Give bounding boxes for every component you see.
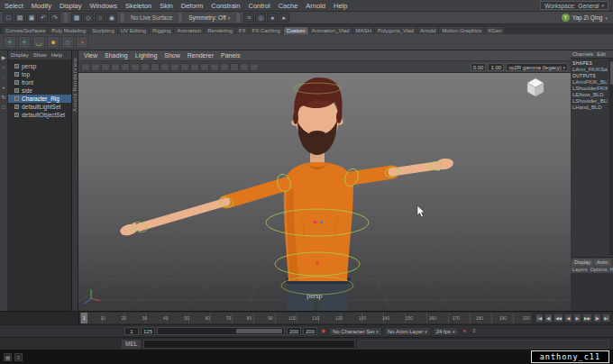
layer-list[interactable] <box>571 273 613 311</box>
channel-row[interactable]: LElbow_BLD <box>572 92 608 98</box>
viewport-menu-item[interactable]: Panels <box>221 52 240 59</box>
shelf-tab[interactable]: Polygons_Vlad <box>375 27 416 34</box>
open-scene-icon[interactable]: ▤ <box>14 13 25 23</box>
frame-all-icon[interactable] <box>220 63 229 71</box>
menu-item[interactable]: Control <box>248 2 270 10</box>
play-backwards-button[interactable]: ◀ <box>564 314 572 323</box>
resolution-gate-icon[interactable] <box>170 63 179 71</box>
channel-box-menu-item[interactable]: Edit <box>597 51 605 57</box>
render-icon[interactable]: ◎ <box>255 13 266 23</box>
mel-input[interactable] <box>143 340 355 349</box>
character-mesh[interactable] <box>119 77 454 311</box>
select-tool-icon[interactable]: ▶ <box>2 55 6 60</box>
menu-item[interactable]: Select <box>5 2 23 10</box>
outliner-node[interactable]: Character_Rig <box>8 95 71 103</box>
channel-row[interactable]: LArmFKIK_BLD <box>572 79 608 86</box>
viewport-menu-item[interactable]: Lighting <box>135 52 158 59</box>
status-group-divider[interactable] <box>236 13 240 23</box>
range-end-field[interactable]: 200 <box>287 327 301 335</box>
mel-toggle[interactable]: MEL <box>122 340 141 349</box>
shelf-item-joint[interactable]: + <box>4 36 16 49</box>
viewport-menu-item[interactable]: Show <box>164 52 180 59</box>
redo-icon[interactable]: ↷ <box>50 13 60 23</box>
view-transform-dropdown[interactable]: vp2R gamma (legacy) ▾ <box>506 63 568 71</box>
grease-pencil-icon[interactable] <box>141 63 150 71</box>
bookmark-icon[interactable] <box>111 63 120 71</box>
channel-row[interactable]: LArm_FKIKSwitch <box>572 67 608 73</box>
channel-row[interactable]: SHAPES <box>572 60 608 67</box>
menu-item[interactable]: Constrain <box>211 2 240 10</box>
shelf-tab[interactable]: FX <box>236 27 249 34</box>
auto-keyframe-icon[interactable]: ● <box>461 327 469 335</box>
step-back-frame-button[interactable]: ◀◀ <box>554 314 563 323</box>
layer-editor-tab[interactable]: Anim <box>594 259 611 266</box>
render-settings-icon[interactable]: ▸ <box>279 13 289 23</box>
shelf-tab[interactable]: Animation <box>174 27 204 34</box>
channel-row[interactable]: LShoulderFKIK_BLD <box>572 86 608 92</box>
menu-item[interactable]: Display <box>59 2 82 10</box>
menu-item[interactable]: Modify <box>32 2 51 10</box>
current-frame-indicator[interactable]: 1 <box>81 313 87 323</box>
undo-icon[interactable]: ↶ <box>38 13 49 23</box>
layer-editor-menu-item[interactable]: Options <box>590 267 608 272</box>
menu-item[interactable]: Help <box>334 2 347 10</box>
shelf-item-set[interactable]: ▪ <box>76 36 88 49</box>
viewport-menu-item[interactable]: View <box>84 52 97 59</box>
fps-dropdown[interactable]: 24 fps ▾ <box>433 327 459 336</box>
shelf-tab[interactable]: Sculpting <box>89 27 117 34</box>
step-forward-key-button[interactable]: |▶ <box>593 314 601 323</box>
status-group-divider[interactable] <box>121 13 124 23</box>
viewcube-icon[interactable] <box>527 78 544 96</box>
two-d-pan-zoom-icon[interactable] <box>131 63 140 71</box>
play-forwards-button[interactable]: ▶ <box>573 314 581 323</box>
shelf-item-control[interactable]: ● <box>47 36 59 49</box>
ipr-render-icon[interactable]: ● <box>267 13 278 23</box>
safe-action-icon[interactable] <box>200 63 209 71</box>
set-key-icon[interactable]: ◆ <box>319 327 327 335</box>
construction-history-icon[interactable]: ≡ <box>243 13 254 23</box>
step-forward-frame-button[interactable]: ▶▶ <box>582 314 592 323</box>
channel-row[interactable]: LShoulder_BLD <box>572 98 608 105</box>
status-group-divider[interactable] <box>178 13 182 23</box>
animation-preferences-icon[interactable]: ≡ <box>471 327 479 335</box>
shelf-item-locator[interactable]: ○ <box>61 36 74 49</box>
menu-item[interactable]: Windows <box>90 2 117 10</box>
exposure-field[interactable]: 0.00 <box>471 63 487 71</box>
snap-point-icon[interactable]: ○ <box>95 13 105 23</box>
shelf-tab[interactable]: Rendering <box>205 27 235 34</box>
go-to-start-button[interactable]: |◀ <box>535 314 544 323</box>
camera-label[interactable]: persp <box>306 293 323 300</box>
arnold-renderview-tab[interactable]: Arnold RenderView <box>72 50 78 311</box>
screen-icon[interactable]: ▦ <box>4 353 12 361</box>
gate-mask-icon[interactable] <box>180 63 189 71</box>
make-live-icon[interactable]: ◉ <box>106 13 117 23</box>
command-result-field[interactable] <box>358 340 609 349</box>
paint-select-tool-icon[interactable]: ◌ <box>2 75 5 80</box>
image-plane-icon[interactable] <box>121 63 130 71</box>
anim-layer-dropdown[interactable]: No Anim Layer ▾ <box>384 327 431 336</box>
step-back-key-button[interactable]: ◀| <box>544 314 553 323</box>
layer-editor-menu-item[interactable]: Layers <box>572 267 588 272</box>
channel-box-menu-item[interactable]: Channels <box>572 51 593 57</box>
shelf-tab[interactable]: Custom <box>284 27 308 34</box>
live-surface-status[interactable]: No Live Surface <box>128 14 175 21</box>
safe-title-icon[interactable] <box>210 63 219 71</box>
range-start-field[interactable]: 1 <box>124 327 139 335</box>
viewport-menu-item[interactable]: Renderer <box>188 52 214 59</box>
symmetry-dropdown[interactable]: Symmetry: Off ▾ <box>186 14 233 21</box>
shelf-tab[interactable]: Arnold <box>417 27 438 34</box>
frame-selection-icon[interactable] <box>230 63 239 71</box>
new-scene-icon[interactable]: □ <box>3 13 14 23</box>
menu-item[interactable]: Skin <box>160 2 173 10</box>
menu-icon[interactable]: ≡ <box>14 353 23 361</box>
move-tool-icon[interactable]: + <box>2 85 5 90</box>
outliner-node[interactable]: defaultLightSet <box>8 103 71 111</box>
outliner-node[interactable]: front <box>8 78 71 86</box>
film-gate-icon[interactable] <box>160 63 169 71</box>
outliner-node[interactable]: defaultObjectSet <box>8 111 71 119</box>
save-scene-icon[interactable]: ▣ <box>26 13 37 23</box>
channel-box-scrollbar[interactable] <box>609 59 613 255</box>
range-slider-track[interactable] <box>157 327 285 335</box>
shelf-tab[interactable]: Motion Graphics <box>439 27 484 34</box>
snap-grid-icon[interactable]: ▦ <box>71 13 82 23</box>
